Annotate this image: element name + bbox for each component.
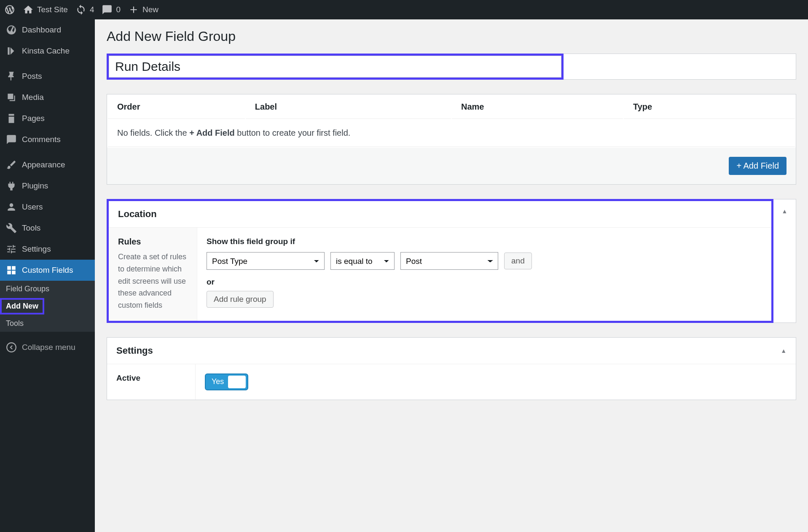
empty-text-suffix: button to create your first field. xyxy=(235,128,351,137)
home-icon xyxy=(23,4,34,15)
plug-icon xyxy=(6,180,17,191)
sidebar-item-appearance[interactable]: Appearance xyxy=(0,154,95,175)
dashboard-icon xyxy=(6,24,17,35)
rules-title: Rules xyxy=(118,237,188,247)
wrench-icon xyxy=(6,223,17,234)
comments-link[interactable]: 0 xyxy=(102,4,121,15)
location-rules-sidebar: Rules Create a set of rules to determine… xyxy=(109,228,197,321)
active-toggle[interactable]: Yes xyxy=(205,373,248,390)
table-header-row: Order Label Name Type xyxy=(108,95,795,119)
submenu-field-groups[interactable]: Field Groups xyxy=(0,281,95,297)
comments-count: 0 xyxy=(116,5,121,14)
sidebar-item-label: Media xyxy=(22,93,44,102)
add-field-button[interactable]: + Add Field xyxy=(729,157,787,175)
site-name: Test Site xyxy=(37,5,68,14)
sidebar-item-custom-fields[interactable]: Custom Fields xyxy=(0,260,95,281)
sidebar-item-users[interactable]: Users xyxy=(0,196,95,218)
col-type: Type xyxy=(624,95,795,119)
location-header[interactable]: Location xyxy=(109,201,771,228)
brush-icon xyxy=(6,159,17,170)
wordpress-icon xyxy=(4,4,15,15)
settings-collapse-arrow: ▲ xyxy=(781,347,787,354)
sidebar-item-settings[interactable]: Settings xyxy=(0,239,95,260)
rule-param-select[interactable]: Post Type xyxy=(207,252,325,270)
location-title: Location xyxy=(118,209,157,220)
settings-header[interactable]: Settings ▲ xyxy=(107,338,796,364)
sidebar-item-label: Plugins xyxy=(22,181,48,191)
sidebar-item-label: Users xyxy=(22,202,43,212)
sidebar-item-media[interactable]: Media xyxy=(0,87,95,108)
location-collapse-arrow[interactable]: ▲ xyxy=(782,208,788,215)
location-rules-body: Show this field group if Post Type is eq… xyxy=(197,228,771,321)
sidebar-item-label: Settings xyxy=(22,245,51,254)
or-label: or xyxy=(207,277,762,287)
collapse-icon xyxy=(6,342,17,353)
custom-fields-submenu: Field Groups Add New Tools xyxy=(0,281,95,332)
collapse-label: Collapse menu xyxy=(22,343,75,352)
rule-row: Post Type is equal to Post and xyxy=(207,252,762,270)
svg-point-0 xyxy=(7,343,16,352)
and-button[interactable]: and xyxy=(504,253,532,269)
rules-desc: Create a set of rules to determine which… xyxy=(118,251,188,312)
settings-panel: Settings ▲ Active Yes xyxy=(107,337,796,400)
main-content: Add New Field Group Order Label Name Typ… xyxy=(95,19,808,532)
refresh-icon xyxy=(75,4,86,15)
sidebar-item-label: Comments xyxy=(22,135,61,144)
location-panel: Location Rules Create a set of rules to … xyxy=(107,199,773,323)
add-rule-group-button[interactable]: Add rule group xyxy=(207,291,274,308)
toggle-knob xyxy=(228,376,246,388)
collapse-menu[interactable]: Collapse menu xyxy=(0,336,95,359)
sidebar-item-tools[interactable]: Tools xyxy=(0,218,95,239)
new-label: New xyxy=(142,5,158,14)
sidebar-item-comments[interactable]: Comments xyxy=(0,129,95,150)
rule-value-select[interactable]: Post xyxy=(400,252,498,270)
page-title: Add New Field Group xyxy=(107,29,796,44)
user-icon xyxy=(6,202,17,212)
col-name: Name xyxy=(452,95,623,119)
sliders-icon xyxy=(6,244,17,255)
comments-icon xyxy=(6,134,17,145)
submenu-tools[interactable]: Tools xyxy=(0,315,95,332)
sidebar-item-pages[interactable]: Pages xyxy=(0,108,95,129)
site-link[interactable]: Test Site xyxy=(23,4,68,15)
sidebar-item-dashboard[interactable]: Dashboard xyxy=(0,19,95,40)
pin-icon xyxy=(6,71,17,82)
admin-bar: Test Site 4 0 New xyxy=(0,0,808,19)
toggle-value: Yes xyxy=(212,377,224,386)
sidebar-item-plugins[interactable]: Plugins xyxy=(0,175,95,196)
sidebar-item-label: Custom Fields xyxy=(22,266,73,275)
settings-title: Settings xyxy=(116,345,153,356)
admin-sidebar: Dashboard Kinsta Cache Posts Media Pages… xyxy=(0,19,95,532)
col-order: Order xyxy=(108,95,245,119)
rule-operator-select[interactable]: is equal to xyxy=(330,252,395,270)
updates-count: 4 xyxy=(90,5,94,14)
updates-link[interactable]: 4 xyxy=(75,4,94,15)
settings-active-label: Active xyxy=(107,364,196,400)
plus-icon xyxy=(128,4,139,15)
sidebar-item-label: Pages xyxy=(22,114,45,123)
sidebar-item-kinsta[interactable]: Kinsta Cache xyxy=(0,40,95,62)
sidebar-item-label: Tools xyxy=(22,223,40,233)
new-link[interactable]: New xyxy=(128,4,158,15)
empty-text-bold: + Add Field xyxy=(189,128,235,137)
grid-icon xyxy=(6,265,17,276)
pages-icon xyxy=(6,113,17,124)
empty-row: No fields. Click the + Add Field button … xyxy=(108,120,795,147)
wp-logo[interactable] xyxy=(4,4,15,15)
empty-text-prefix: No fields. Click the xyxy=(117,128,189,137)
sidebar-item-posts[interactable]: Posts xyxy=(0,66,95,87)
sidebar-item-label: Kinsta Cache xyxy=(22,46,70,56)
submenu-add-new[interactable]: Add New xyxy=(0,298,44,314)
show-if-label: Show this field group if xyxy=(207,237,762,246)
fields-panel: Order Label Name Type No fields. Click t… xyxy=(107,94,796,185)
sidebar-item-label: Appearance xyxy=(22,160,65,169)
col-label: Label xyxy=(246,95,451,119)
kinsta-icon xyxy=(6,46,17,56)
comment-icon xyxy=(102,4,113,15)
media-icon xyxy=(6,92,17,103)
sidebar-item-label: Posts xyxy=(22,72,42,81)
sidebar-item-label: Dashboard xyxy=(22,25,61,35)
field-group-title-input[interactable] xyxy=(109,56,561,78)
